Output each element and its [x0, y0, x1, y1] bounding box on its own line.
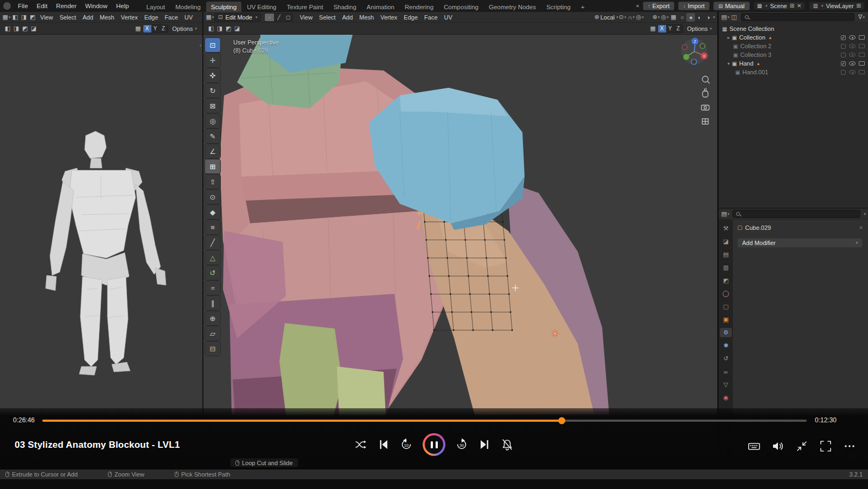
- tool-smooth-icon[interactable]: ≈: [205, 281, 220, 295]
- tab-shading[interactable]: Shading: [329, 2, 361, 12]
- tool-transform-icon[interactable]: ◎: [205, 114, 220, 128]
- tab-output-icon[interactable]: ▤: [720, 250, 732, 259]
- editor-type-icon[interactable]: ▦▾: [206, 13, 214, 22]
- tool-annotate-icon[interactable]: ✎: [205, 129, 220, 143]
- selectable-checkbox[interactable]: [841, 70, 846, 75]
- visibility-eye-icon[interactable]: [849, 61, 856, 66]
- tweak-option-1-icon[interactable]: ◧: [207, 24, 215, 33]
- mirror-y-toggle[interactable]: Y: [666, 25, 674, 33]
- transform-orientation-dropdown[interactable]: ⊕ Local▾: [594, 13, 618, 22]
- visibility-eye-icon[interactable]: [849, 53, 856, 57]
- tab-layout[interactable]: Layout: [142, 2, 170, 12]
- mirror-z-toggle[interactable]: Z: [674, 25, 682, 33]
- shading-dropdown-chevron[interactable]: ▾: [713, 15, 715, 20]
- tool-inset-faces-icon[interactable]: ⊙: [205, 190, 220, 204]
- tab-physics-icon[interactable]: ↺: [720, 354, 732, 363]
- notifications-off-icon[interactable]: [501, 438, 514, 451]
- mirror-z-toggle[interactable]: Z: [159, 25, 168, 33]
- outliner-row-collection-3[interactable]: ▣ Collection 3: [719, 50, 868, 59]
- viewlayer-selector[interactable]: ▥▾ ViewLayer ⊞: [809, 2, 865, 10]
- pin-icon[interactable]: ○: [859, 225, 863, 230]
- menu-add[interactable]: Add: [339, 12, 356, 23]
- display-toggle-3-icon[interactable]: ◩: [28, 13, 37, 22]
- tab-uv-editing[interactable]: UV Editing: [242, 2, 281, 12]
- shading-material-icon[interactable]: ◐: [695, 13, 704, 22]
- tweak-option-4-icon[interactable]: ◪: [233, 24, 241, 33]
- tweak-option-3-icon[interactable]: ◩: [21, 24, 29, 33]
- menu-vertex[interactable]: Vertex: [377, 12, 400, 23]
- tab-scene-icon[interactable]: ◩: [720, 276, 732, 285]
- more-options-icon[interactable]: [843, 440, 856, 453]
- tab-render-icon[interactable]: ◪: [720, 237, 732, 246]
- options-dropdown[interactable]: Options▾: [687, 25, 714, 32]
- tab-world-icon[interactable]: ◯: [720, 289, 732, 298]
- tab-object-icon[interactable]: ▣: [720, 315, 732, 324]
- tab-view-layer-icon[interactable]: ▥: [720, 263, 732, 272]
- outliner-search-input[interactable]: [741, 13, 854, 21]
- tool-measure-icon[interactable]: ∠: [205, 144, 220, 158]
- mirror-y-toggle[interactable]: Y: [151, 25, 159, 33]
- menu-vertex[interactable]: Vertex: [118, 12, 141, 23]
- new-viewlayer-icon[interactable]: ⊞: [857, 3, 861, 9]
- menu-mesh[interactable]: Mesh: [97, 12, 118, 23]
- menu-uv[interactable]: UV: [181, 12, 196, 23]
- selectable-checkbox[interactable]: [841, 44, 846, 49]
- mirror-x-toggle[interactable]: X: [658, 25, 666, 33]
- menu-file[interactable]: File: [14, 0, 32, 12]
- selectable-checkbox[interactable]: [841, 53, 846, 57]
- manual-button[interactable]: ▤Manual: [713, 2, 750, 10]
- tweak-option-4-icon[interactable]: ◪: [29, 24, 38, 33]
- menu-edit[interactable]: Edit: [33, 0, 52, 12]
- tab-texture-paint[interactable]: Texture Paint: [282, 2, 328, 12]
- next-track-icon[interactable]: [478, 438, 491, 451]
- tab-compositing[interactable]: Compositing: [439, 2, 483, 12]
- pivot-point-dropdown[interactable]: ⊙▾: [618, 13, 627, 22]
- tool-rotate-icon[interactable]: ↻: [205, 83, 220, 98]
- render-visibility-icon[interactable]: [859, 61, 865, 66]
- rewind-10-icon[interactable]: 10: [400, 438, 413, 451]
- tab-rendering[interactable]: Rendering: [400, 2, 438, 12]
- tweak-option-3-icon[interactable]: ◩: [224, 24, 233, 33]
- shrink-player-icon[interactable]: [795, 440, 808, 453]
- face-select-mode-button[interactable]: ▢: [283, 14, 292, 21]
- scene-selector[interactable]: ▦▾ Scene ⊞ ✕: [754, 2, 806, 10]
- tab-modeling[interactable]: Modeling: [170, 2, 206, 12]
- render-visibility-icon[interactable]: [859, 35, 865, 40]
- vertex-select-mode-button[interactable]: ∙: [265, 14, 274, 21]
- selectable-checkbox[interactable]: ✓: [841, 61, 846, 66]
- tweak-option-2-icon[interactable]: ◨: [215, 24, 224, 33]
- outliner-filter-icon[interactable]: ∇▾: [857, 13, 866, 22]
- visibility-eye-icon[interactable]: [849, 35, 856, 40]
- pause-button[interactable]: [423, 433, 445, 456]
- snap-magnet-icon[interactable]: ∩▾: [627, 13, 635, 22]
- shading-rendered-icon[interactable]: ◑: [704, 13, 712, 22]
- outliner-row-hand[interactable]: ▾ ▣ Hand ▲ ✓: [719, 59, 868, 68]
- edge-select-mode-button[interactable]: ╱: [274, 14, 283, 21]
- editor-type-icon[interactable]: ▦▾: [2, 13, 11, 22]
- render-visibility-icon[interactable]: [859, 44, 865, 48]
- tab-modifiers-icon[interactable]: ⚙: [720, 328, 732, 337]
- proportional-editing-icon[interactable]: ◎▾: [635, 13, 644, 22]
- tool-poly-build-icon[interactable]: △: [205, 250, 220, 265]
- tab-tool-icon[interactable]: ⚒: [720, 224, 732, 233]
- tab-object-data-icon[interactable]: ▽: [720, 380, 732, 389]
- menu-select[interactable]: Select: [56, 12, 80, 23]
- shuffle-icon[interactable]: [354, 438, 367, 451]
- mode-selector[interactable]: ⊡ Edit Mode ▾: [214, 13, 261, 22]
- show-gizmo-icon[interactable]: ⊕▾: [652, 13, 660, 22]
- tool-extrude-icon[interactable]: ⇧: [205, 175, 220, 189]
- menu-view[interactable]: View: [296, 12, 316, 23]
- tool-scale-icon[interactable]: ⊠: [205, 99, 220, 113]
- tool-rip-region-icon[interactable]: ⊟: [205, 342, 220, 356]
- shading-solid-icon[interactable]: ●: [686, 13, 695, 22]
- blender-logo-icon[interactable]: [3, 2, 11, 10]
- outliner-editor-icon[interactable]: ▤▾: [721, 13, 730, 22]
- left-3d-viewport[interactable]: ‹: [0, 35, 202, 469]
- add-modifier-button[interactable]: Add Modifier ▾: [737, 238, 863, 248]
- previous-track-icon[interactable]: [377, 438, 390, 451]
- render-visibility-icon[interactable]: [859, 53, 865, 57]
- delete-scene-icon[interactable]: ✕: [797, 3, 801, 9]
- new-scene-icon[interactable]: ⊞: [790, 3, 794, 9]
- outliner-display-mode-icon[interactable]: ◫: [730, 13, 738, 22]
- tool-select-box-icon[interactable]: ⊡: [205, 38, 220, 52]
